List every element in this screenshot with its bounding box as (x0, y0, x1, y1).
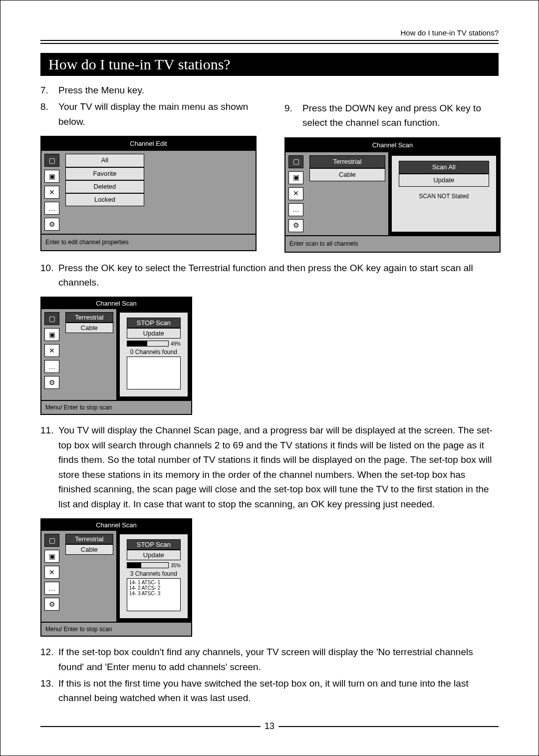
tools-icon: ✕ (44, 186, 59, 199)
osd-icon-rail: ▢ ▣ ✕ … ⚙ (41, 151, 62, 234)
chat-icon: … (288, 203, 303, 216)
gears-icon: ⚙ (288, 219, 303, 232)
step-13: 13.If this is not the first time you hav… (40, 676, 499, 706)
progress-label: 35% (169, 563, 181, 568)
step-12: 12.If the set-top box couldn't find any … (40, 645, 499, 674)
chat-icon: … (44, 202, 59, 215)
osd-right-pane: Scan All Update SCAN NOT Stated (391, 155, 497, 232)
progress-row: 35% (123, 560, 185, 568)
channels-found: 3 Channels found (123, 568, 185, 578)
step-10-row: 10.Press the OK key to select the Terres… (40, 261, 499, 290)
update-button: Update (127, 328, 181, 339)
tv-icon: ▢ (44, 534, 59, 547)
chat-icon: … (44, 360, 59, 373)
channel-list: 14- 1 ATSC- 1 14- 2 ATCS- 2 14- 3 ATSC- … (127, 578, 181, 611)
update-button: Update (399, 174, 489, 187)
gears-icon: ⚙ (44, 376, 59, 389)
gears-icon: ⚙ (44, 598, 59, 611)
intro-columns: 7.Press the Menu key. 8.Your TV will dis… (40, 83, 499, 261)
osd-title: Channel Scan (41, 298, 191, 309)
scan-all-button: Scan All (399, 161, 489, 174)
stop-scan-button: STOP Scan (127, 539, 181, 550)
list-item: Terrestrial (65, 312, 113, 323)
rule-top-2 (40, 43, 499, 44)
osd-icon-rail: ▢ ▣ ✕ … ⚙ (285, 152, 306, 235)
sat-icon: ▣ (44, 170, 59, 183)
osd-footer: Enter scan to all channels (285, 235, 500, 252)
osd-footer: Enter to edit channel properties (41, 234, 256, 250)
tv-icon: ▢ (44, 154, 59, 167)
osd-footer: Menu/ Enter to stop scan (41, 400, 191, 414)
osd-right-pane: STOP Scan Update 49% 0 Channels found (119, 312, 188, 397)
step-9: 9.Press the DOWN key and press OK key to… (284, 101, 499, 130)
list-item: Terrestrial (65, 534, 113, 544)
osd-channel-edit: Channel Edit ▢ ▣ ✕ … ⚙ All Favorite Dele… (40, 136, 257, 251)
step-8: 8.Your TV will display the main menu as … (40, 99, 255, 129)
list-item: Cable (65, 544, 113, 555)
osd-right-pane (147, 151, 256, 234)
page: How do I tune-in TV stations? How do I t… (0, 0, 539, 756)
right-column: 9.Press the DOWN key and press OK key to… (284, 83, 499, 261)
steps-12-13: 12.If the set-top box couldn't find any … (40, 645, 499, 706)
step-11: 11.You TV will display the Channel Scan … (40, 423, 499, 511)
list-item: Cable (65, 323, 113, 333)
osd-channel-scan-idle: Channel Scan ▢ ▣ ✕ … ⚙ Terrestrial Cable (284, 137, 501, 253)
tools-icon: ✕ (288, 187, 303, 200)
tools-icon: ✕ (44, 344, 59, 357)
list-item: Cable (309, 168, 385, 181)
step-7: 7.Press the Menu key. (40, 83, 255, 97)
left-column: 7.Press the Menu key. 8.Your TV will dis… (40, 83, 255, 259)
list-item: All (65, 154, 144, 167)
tools-icon: ✕ (44, 566, 59, 579)
tv-icon: ▢ (288, 155, 303, 168)
update-button: Update (127, 550, 181, 560)
scan-status: SCAN NOT Stated (395, 187, 493, 203)
progress-bar (127, 341, 169, 347)
rule-top-1 (40, 40, 499, 41)
osd-menu-list: Terrestrial Cable (62, 309, 116, 400)
osd-title: Channel Edit (41, 137, 256, 151)
list-item: Terrestrial (309, 155, 385, 168)
osd-footer: Menu/ Enter to stop scan (41, 622, 191, 636)
sat-icon: ▣ (44, 550, 59, 563)
osd-right-pane: STOP Scan Update 35% 3 Channels found 14… (119, 534, 188, 619)
list-item: Locked (65, 193, 144, 206)
sat-icon: ▣ (44, 328, 59, 341)
channel-row: 14- 1 ATSC- 1 (129, 580, 178, 585)
progress-label: 49% (169, 341, 181, 347)
progress-row: 49% (123, 339, 185, 347)
channel-list (127, 357, 181, 389)
osd-menu-list: All Favorite Deleted Locked (62, 151, 147, 234)
osd-channel-scan-3found: Channel Scan ▢ ▣ ✕ … ⚙ Terrestrial Cable… (40, 518, 192, 637)
list-item: Deleted (65, 180, 144, 193)
osd-title: Channel Scan (41, 519, 191, 531)
step-11-row: 11.You TV will display the Channel Scan … (40, 423, 499, 511)
running-head: How do I tune-in TV stations? (40, 28, 499, 37)
stop-scan-button: STOP Scan (127, 318, 181, 328)
osd-menu-list: Terrestrial Cable (306, 152, 388, 235)
osd-icon-rail: ▢ ▣ ✕ … ⚙ (41, 309, 62, 400)
gears-icon: ⚙ (44, 218, 59, 231)
osd-title: Channel Scan (285, 138, 500, 152)
footer-rule: 13 (40, 721, 499, 732)
sat-icon: ▣ (288, 171, 303, 184)
channel-row: 14- 2 ATCS- 2 (129, 585, 178, 591)
tv-icon: ▢ (44, 312, 59, 325)
channel-row: 14- 3 ATSC- 3 (129, 591, 178, 596)
page-number: 13 (261, 721, 278, 732)
osd-icon-rail: ▢ ▣ ✕ … ⚙ (41, 531, 62, 622)
chat-icon: … (44, 582, 59, 595)
osd-channel-scan-0found: Channel Scan ▢ ▣ ✕ … ⚙ Terrestrial Cable… (40, 297, 192, 415)
list-item: Favorite (65, 167, 144, 180)
section-title: How do I tune-in TV stations? (40, 53, 499, 76)
osd-menu-list: Terrestrial Cable (62, 531, 116, 622)
channels-found: 0 Channels found (123, 347, 185, 357)
step-10: 10.Press the OK key to select the Terres… (40, 261, 499, 290)
progress-bar (127, 562, 169, 568)
